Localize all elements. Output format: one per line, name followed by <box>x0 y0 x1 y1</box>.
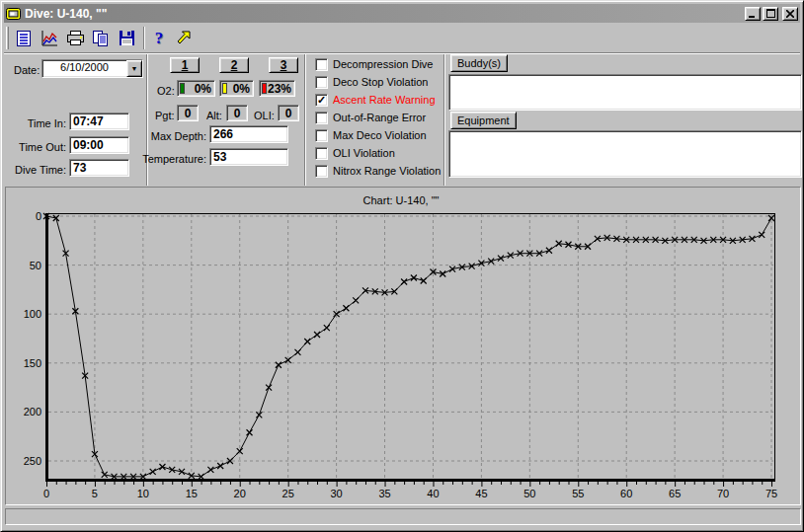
time-out-field[interactable]: 09:00 <box>69 136 129 154</box>
checkbox[interactable] <box>315 58 328 71</box>
toolbar-gripper[interactable] <box>6 27 9 49</box>
checkbox[interactable] <box>315 165 328 178</box>
date-label: Date: <box>14 63 40 77</box>
flag-label: Decompression Dive <box>333 58 433 70</box>
o2-tank1-indicator: 0% <box>177 80 215 97</box>
pgt-value: 0 <box>177 105 199 121</box>
svg-text:250: 250 <box>24 455 41 467</box>
deco-stop-violation-checkbox-row: Deco Stop Violation <box>315 75 428 89</box>
export-arrow-icon <box>176 31 192 46</box>
out-of-range-error-checkbox-row: Out-of-Range Error <box>315 111 426 124</box>
flag-label: Nitrox Range Violation <box>333 165 441 177</box>
flag-label: Deco Stop Violation <box>333 76 428 88</box>
close-icon <box>786 10 794 18</box>
title-bar[interactable]: Dive: U-140, "" <box>4 4 800 23</box>
svg-text:40: 40 <box>427 488 439 499</box>
dive-info-panel: Date: 6/10/2000 ▼ Time In: 07:47 Time Ou… <box>4 54 800 186</box>
graph-button[interactable] <box>38 26 61 50</box>
toolbar-separator <box>143 27 145 49</box>
oli-violation-checkbox-row: OLI Violation <box>315 146 395 160</box>
separator <box>304 54 306 186</box>
tank-2-button[interactable]: 2 <box>219 57 249 73</box>
svg-text:75: 75 <box>765 488 777 499</box>
o2-tank1-value: 0% <box>185 82 211 96</box>
flag-label: Max Deco Violation <box>333 129 427 141</box>
svg-text:15: 15 <box>186 488 198 499</box>
graph-icon <box>40 30 58 47</box>
log-button[interactable] <box>12 26 36 50</box>
o2-tank3-indicator: 23% <box>259 80 295 97</box>
help-button[interactable]: ? <box>147 26 171 50</box>
svg-text:35: 35 <box>378 488 390 499</box>
export-button[interactable] <box>172 26 196 50</box>
save-icon <box>119 30 135 46</box>
checkbox[interactable] <box>315 129 328 142</box>
ascent-rate-warning-checkbox-row: ✓Ascent Rate Warning <box>315 93 436 107</box>
svg-text:100: 100 <box>24 308 41 320</box>
svg-text:20: 20 <box>234 488 246 499</box>
time-in-label: Time In: <box>4 116 66 130</box>
separator <box>443 54 445 186</box>
svg-text:0: 0 <box>43 488 49 499</box>
copy-icon <box>92 30 110 47</box>
decompression-dive-checkbox-row: Decompression Dive <box>315 57 433 71</box>
minimize-icon <box>749 10 757 18</box>
checkbox[interactable] <box>315 76 328 89</box>
alt-label: Alt: <box>206 109 222 122</box>
pgt-label: Pgt: <box>155 109 175 122</box>
oli-value: 0 <box>278 105 299 121</box>
print-icon <box>66 30 85 46</box>
o2-tank3-value: 23% <box>267 82 291 96</box>
max-deco-violation-checkbox-row: Max Deco Violation <box>315 128 427 142</box>
svg-text:25: 25 <box>282 488 294 499</box>
help-icon: ? <box>155 29 164 48</box>
flag-label: Out-of-Range Error <box>333 112 426 123</box>
buddies-button[interactable]: Buddy(s) <box>450 54 508 72</box>
svg-text:50: 50 <box>523 488 535 499</box>
dive-time-field[interactable]: 73 <box>69 159 129 177</box>
max-depth-label: Max Depth: <box>149 129 206 143</box>
alt-value: 0 <box>226 105 248 121</box>
time-out-label: Time Out: <box>4 140 66 154</box>
app-icon <box>6 7 21 21</box>
status-bar <box>5 508 801 525</box>
log-document-icon <box>16 30 33 47</box>
tank-1-button[interactable]: 1 <box>170 57 200 73</box>
time-in-field[interactable]: 07:47 <box>69 113 129 130</box>
chevron-down-icon[interactable]: ▼ <box>126 60 142 77</box>
close-button[interactable] <box>782 7 798 21</box>
maximize-icon <box>766 9 775 18</box>
dive-window: Dive: U-140, "" <box>0 0 804 532</box>
max-depth-field[interactable]: 266 <box>209 125 288 143</box>
svg-text:150: 150 <box>24 357 41 369</box>
svg-text:5: 5 <box>92 488 98 499</box>
temperature-field[interactable]: 53 <box>209 148 288 166</box>
svg-text:30: 30 <box>330 488 342 499</box>
minimize-button[interactable] <box>745 7 761 21</box>
o2-tank2-value: 0% <box>227 82 250 96</box>
window-title: Dive: U-140, "" <box>25 7 107 21</box>
svg-text:0: 0 <box>36 210 41 222</box>
svg-text:55: 55 <box>572 488 584 499</box>
print-button[interactable] <box>63 26 87 50</box>
svg-text:65: 65 <box>669 488 681 499</box>
checkbox[interactable] <box>315 112 328 124</box>
equipment-box[interactable] <box>448 130 802 178</box>
flag-label: OLI Violation <box>333 147 395 159</box>
svg-text:70: 70 <box>717 488 729 499</box>
equipment-button[interactable]: Equipment <box>450 112 517 129</box>
checkbox[interactable] <box>315 147 328 160</box>
copy-button[interactable] <box>89 26 113 50</box>
tank-3-button[interactable]: 3 <box>269 57 298 73</box>
flag-label: Ascent Rate Warning <box>333 94 436 106</box>
maximize-button[interactable] <box>763 7 778 21</box>
checkbox[interactable]: ✓ <box>315 94 328 107</box>
save-button[interactable] <box>115 26 138 50</box>
date-combobox[interactable]: 6/10/2000 ▼ <box>41 59 143 78</box>
nitrox-range-violation-checkbox-row: Nitrox Range Violation <box>315 164 441 178</box>
oli-label: OLI: <box>254 109 275 122</box>
svg-text:60: 60 <box>620 488 632 499</box>
buddies-box[interactable] <box>448 74 802 111</box>
o2-tank2-indicator: 0% <box>219 80 254 97</box>
dive-profile-chart: 0510152025303540455055606570750501001502… <box>6 188 800 504</box>
